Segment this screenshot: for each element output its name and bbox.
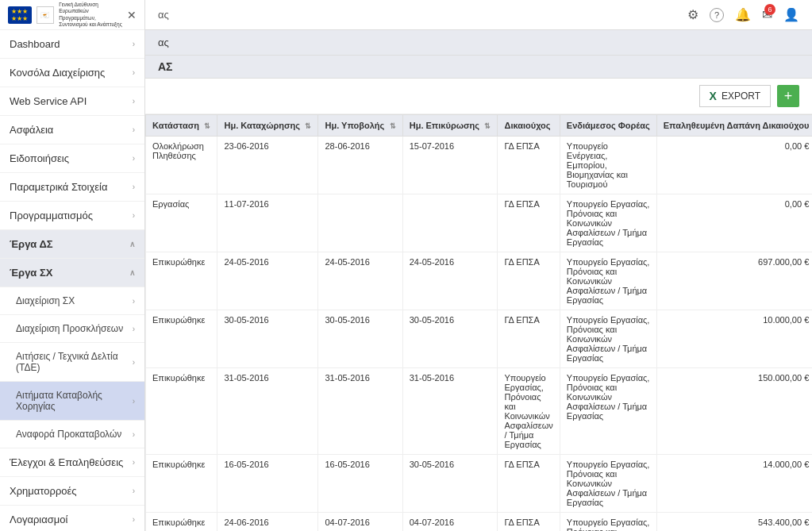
bell-icon[interactable]: 🔔: [735, 7, 751, 22]
sort-icon: ⇅: [303, 122, 312, 130]
main-table: Κατάσταση ⇅Ημ. Καταχώρησης ⇅Ημ. Υποβολής…: [145, 114, 812, 531]
table-row[interactable]: Επικυρώθηκε24-06-201604-07-201604-07-201…: [146, 513, 813, 532]
table-body: Ολοκλήρωση Πληθεύσης23-06-201628-06-2016…: [146, 137, 813, 532]
col-header-dikaiouxos: Δικαιούχος: [498, 115, 560, 137]
cell-katastasi: Ολοκλήρωση Πληθεύσης: [146, 137, 217, 194]
sidebar-item-diaxeirisi_sx[interactable]: Διαχείριση ΣΧ›: [0, 287, 144, 315]
sidebar-item-eidopoiiseis[interactable]: Ειδοποιήσεις›: [0, 144, 144, 173]
cy-flag-icon: 🇨🇾: [37, 6, 54, 24]
chevron-icon: ›: [133, 183, 135, 191]
chevron-icon: ›: [133, 487, 135, 495]
sidebar-item-xrimatorroes[interactable]: Χρηματορροές›: [0, 477, 144, 506]
export-button[interactable]: X EXPORT: [699, 85, 771, 107]
cell-katastasi: Επικυρώθηκε: [146, 252, 217, 310]
chevron-icon: ›: [133, 325, 135, 333]
sidebar-item-parametrika[interactable]: Παραμετρικά Στοιχεία›: [0, 173, 144, 202]
sidebar-item-elegxoi[interactable]: Έλεγχοι & Επαληθεύσεις›: [0, 448, 144, 477]
cell-hm_ypovolhs: 28-06-2016: [318, 137, 402, 194]
table-row[interactable]: Εργασίας11-07-2016ΓΔ ΕΠΣΑΥπουργείο Εργασ…: [146, 194, 813, 252]
cell-epalitheymeni: 150.000,00 €: [656, 368, 812, 455]
sidebar-item-logariasmi[interactable]: Λογαριασμοί›: [0, 506, 144, 531]
table-row[interactable]: Επικυρώθηκε24-05-201624-05-201624-05-201…: [146, 252, 813, 310]
gear-icon[interactable]: ⚙: [687, 7, 698, 22]
close-icon[interactable]: ✕: [127, 9, 137, 21]
table-row[interactable]: Ολοκλήρωση Πληθεύσης23-06-201628-06-2016…: [146, 137, 813, 194]
add-button[interactable]: +: [777, 85, 799, 107]
table-row[interactable]: Επικυρώθηκε30-05-201630-05-201630-05-201…: [146, 310, 813, 368]
chevron-icon: ∧: [129, 240, 135, 248]
cell-hm_ypovolhs: 31-05-2016: [318, 368, 402, 455]
cell-hm_epikyrwsis: [402, 194, 498, 252]
cell-endiam_foreas: Υπουργείο Εργασίας, Πρόνοιας και Κοινωνι…: [560, 252, 656, 310]
sidebar-item-webservice[interactable]: Web Service API›: [0, 87, 144, 116]
col-header-hm_kataxorisis[interactable]: Ημ. Καταχώρησης ⇅: [217, 115, 318, 137]
sidebar-item-label: Διαχείριση ΣΧ: [16, 295, 75, 306]
cell-hm_epikyrwsis: 15-07-2016: [402, 137, 498, 194]
cell-endiam_foreas: Υπουργείο Εργασίας, Πρόνοιας και Κοινωνι…: [560, 513, 656, 532]
chevron-icon: ›: [133, 297, 135, 306]
cell-katastasi: Επικυρώθηκε: [146, 455, 217, 513]
col-header-katastasi[interactable]: Κατάσταση ⇅: [146, 115, 217, 137]
sidebar-item-anafora[interactable]: Αναφορά Προκαταβολών›: [0, 421, 144, 448]
chevron-icon: ›: [133, 397, 135, 406]
sidebar-item-aitiseis[interactable]: Αιτήσεις / Τεχνικά Δελτία (ΤΔΕ)›: [0, 343, 144, 382]
sidebar-item-label: Dashboard: [10, 38, 60, 50]
cell-hm_kataxorisis: 16-05-2016: [217, 455, 318, 513]
cell-endiam_foreas: Υπουργείο Εργασίας, Πρόνοιας και Κοινωνι…: [560, 368, 656, 455]
sidebar-item-label: Αιτήσεις / Τεχνικά Δελτία (ΤΔΕ): [16, 351, 133, 373]
cell-epalitheymeni: 14.000,00 €: [656, 455, 812, 513]
sidebar: ★★★★★★ 🇨🇾 Γενική ΔιεύθυνσηΕυρωπαϊκών Προ…: [0, 0, 145, 531]
sidebar-item-label: Διαχείριση Προσκλήσεων: [16, 323, 123, 334]
cell-hm_ypovolhs: 30-05-2016: [318, 310, 402, 368]
sidebar-item-erga_ds[interactable]: Έργα ΔΣ∧: [0, 230, 144, 259]
cell-hm_kataxorisis: 11-07-2016: [217, 194, 318, 252]
cell-hm_kataxorisis: 23-06-2016: [217, 137, 318, 194]
chevron-icon: ›: [133, 154, 135, 163]
cell-hm_ypovolhs: 24-05-2016: [318, 252, 402, 310]
chevron-icon: ›: [133, 125, 135, 134]
sort-icon: ⇅: [483, 122, 491, 130]
cell-katastasi: Επικυρώθηκε: [146, 368, 217, 455]
cell-hm_epikyrwsis: 30-05-2016: [402, 455, 498, 513]
help-icon[interactable]: ?: [710, 8, 724, 22]
cell-katastasi: Επικυρώθηκε: [146, 513, 217, 532]
toolbar: X EXPORT +: [145, 79, 812, 114]
table-row[interactable]: Επικυρώθηκε16-05-201616-05-201630-05-201…: [146, 455, 813, 513]
sidebar-item-label: Έλεγχοι & Επαληθεύσεις: [10, 456, 123, 468]
sidebar-item-asfaleia[interactable]: Ασφάλεια›: [0, 116, 144, 144]
cell-dikaiouxos: ΓΔ ΕΠΣΑ: [498, 252, 560, 310]
sort-icon: ⇅: [202, 122, 211, 130]
sidebar-item-label: Ειδοποιήσεις: [10, 152, 69, 164]
sidebar-item-aitimata[interactable]: Αιτήματα Καταβολής Χορηγίας›: [0, 382, 144, 421]
cell-hm_kataxorisis: 24-05-2016: [217, 252, 318, 310]
sidebar-item-programmatismos[interactable]: Προγραμματισμός›: [0, 202, 144, 230]
sidebar-item-diaxeirisi_proskliseon[interactable]: Διαχείριση Προσκλήσεων›: [0, 315, 144, 343]
cell-hm_kataxorisis: 24-06-2016: [217, 513, 318, 532]
topbar-right: ⚙ ? 🔔 ✉ 6 👤: [687, 7, 799, 22]
sidebar-item-label: Παραμετρικά Στοιχεία: [10, 181, 108, 193]
sidebar-item-konsola[interactable]: Κονσόλα Διαχείρισης›: [0, 59, 144, 87]
cell-epalitheymeni: 543.400,00 €: [656, 513, 812, 532]
sidebar-item-label: Λογαριασμοί: [10, 514, 67, 525]
col-header-hm_epikyrwsis[interactable]: Ημ. Επικύρωσης ⇅: [402, 115, 498, 137]
chevron-icon: ›: [133, 68, 135, 77]
col-header-endiam_foreas: Ενδιάμεσος Φορέας: [560, 115, 656, 137]
cell-epalitheymeni: 697.000,00 €: [656, 252, 812, 310]
sidebar-item-erga_sx[interactable]: Έργα ΣΧ∧: [0, 259, 144, 287]
col-header-hm_ypovolhs[interactable]: Ημ. Υποβολής ⇅: [318, 115, 402, 137]
chevron-icon: ∧: [129, 268, 135, 277]
cell-epalitheymeni: 0,00 €: [656, 194, 812, 252]
cell-dikaiouxos: ΓΔ ΕΠΣΑ: [498, 310, 560, 368]
chevron-icon: ›: [133, 358, 135, 367]
sidebar-nav: Dashboard›Κονσόλα Διαχείρισης›Web Servic…: [0, 30, 144, 531]
sidebar-item-dashboard[interactable]: Dashboard›: [0, 30, 144, 59]
page-breadcrumb: ας: [145, 30, 812, 56]
cell-hm_ypovolhs: 16-05-2016: [318, 455, 402, 513]
cell-hm_epikyrwsis: 30-05-2016: [402, 310, 498, 368]
table-row[interactable]: Επικυρώθηκε31-05-201631-05-201631-05-201…: [146, 368, 813, 455]
sidebar-item-label: Έργα ΔΣ: [10, 238, 53, 250]
cell-hm_ypovolhs: 04-07-2016: [318, 513, 402, 532]
user-icon[interactable]: 👤: [783, 7, 799, 22]
cell-dikaiouxos: ΓΔ ΕΠΣΑ: [498, 194, 560, 252]
messages-icon[interactable]: ✉ 6: [762, 7, 772, 22]
